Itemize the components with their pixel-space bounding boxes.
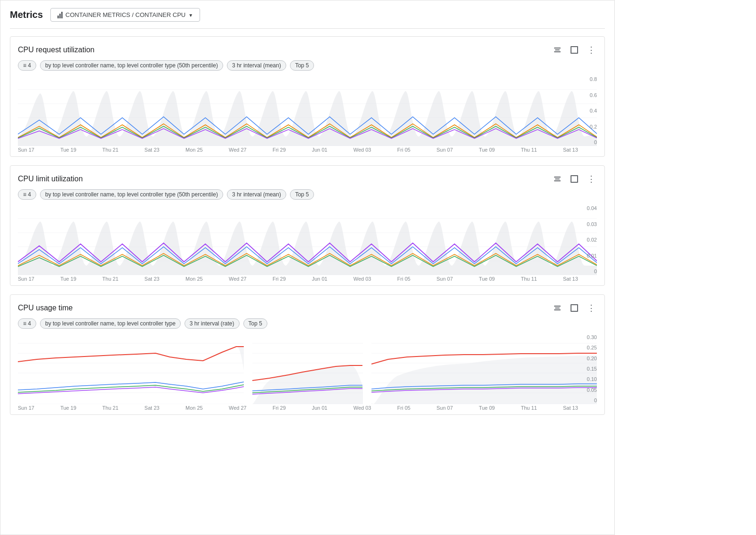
filter-chip-3-1[interactable]: by top level controller name, top level … <box>40 318 181 329</box>
chart-actions-1 <box>552 44 597 56</box>
legend-icon-1[interactable] <box>552 44 563 56</box>
chart-title-2: CPU limit utilization <box>18 175 83 183</box>
filter-row-2: ≡ 4 by top level controller name, top le… <box>18 189 597 200</box>
chart-header-2: CPU limit utilization <box>18 173 597 185</box>
y-axis-1: 0.8 0.6 0.4 0.2 0 <box>580 75 597 146</box>
more-options-icon-2[interactable] <box>586 173 597 185</box>
chevron-down-icon <box>188 11 193 18</box>
chart-svg-2 <box>18 204 597 275</box>
chart-svg-1 <box>18 75 597 146</box>
bar-chart-icon <box>57 12 63 18</box>
expand-icon-3[interactable] <box>569 302 580 314</box>
more-options-icon-3[interactable] <box>586 302 597 314</box>
chart-inner-1: 0.8 0.6 0.4 0.2 0 <box>18 75 597 146</box>
filter-chip-2-2[interactable]: 3 hr interval (mean) <box>227 189 286 200</box>
chart-title-3: CPU usage time <box>18 304 73 312</box>
filter-chip-3-3[interactable]: Top 5 <box>243 318 267 329</box>
chart-panel-cpu-limit: CPU limit utilization ≡ 4 by top level c… <box>10 165 605 286</box>
chart-title-1: CPU request utilization <box>18 46 95 54</box>
svg-rect-18 <box>363 333 371 404</box>
chart-panel-cpu-request: CPU request utilization ≡ 4 by top level… <box>10 36 605 157</box>
filter-chip-3-2[interactable]: 3 hr interval (rate) <box>185 318 240 329</box>
svg-rect-17 <box>244 333 252 404</box>
chart-header-3: CPU usage time <box>18 302 597 314</box>
breadcrumb-label: CONTAINER METRICS / CONTAINER CPU <box>65 11 185 18</box>
filter-chip-1-2[interactable]: 3 hr interval (mean) <box>227 60 286 71</box>
filter-chip-2-1[interactable]: by top level controller name, top level … <box>40 189 223 200</box>
legend-icon-2[interactable] <box>552 173 563 185</box>
chart-actions-3 <box>552 302 597 314</box>
filter-row-3: ≡ 4 by top level controller name, top le… <box>18 318 597 329</box>
header: Metrics CONTAINER METRICS / CONTAINER CP… <box>10 8 605 29</box>
page-title: Metrics <box>10 9 43 20</box>
expand-icon-2[interactable] <box>569 173 580 185</box>
y-axis-3: 0.30 0.25 0.20 0.15 0.10 0.05 0 <box>580 333 597 404</box>
chart-header-1: CPU request utilization <box>18 44 597 56</box>
filter-row-1: ≡ 4 by top level controller name, top le… <box>18 60 597 71</box>
chart-inner-3: 0.30 0.25 0.20 0.15 0.10 0.05 0 <box>18 333 597 404</box>
legend-icon-3[interactable] <box>552 302 563 314</box>
filter-chip-1-3[interactable]: Top 5 <box>290 60 314 71</box>
y-axis-2: 0.04 0.03 0.02 0.01 0 <box>580 204 597 275</box>
chart-panel-cpu-usage: CPU usage time ≡ 4 by top level controll… <box>10 294 605 415</box>
filter-chip-1-1[interactable]: by top level controller name, top level … <box>40 60 223 71</box>
chart-svg-3 <box>18 333 597 404</box>
x-axis-2: Sun 17 Tue 19 Thu 21 Sat 23 Mon 25 Wed 2… <box>18 275 597 282</box>
expand-icon-1[interactable] <box>569 44 580 56</box>
more-options-icon-1[interactable] <box>586 44 597 56</box>
chart-inner-2: 0.04 0.03 0.02 0.01 0 <box>18 204 597 275</box>
filter-chip-2-0[interactable]: ≡ 4 <box>18 189 36 200</box>
filter-chip-3-0[interactable]: ≡ 4 <box>18 318 36 329</box>
breadcrumb-button[interactable]: CONTAINER METRICS / CONTAINER CPU <box>50 8 200 22</box>
main-page: Metrics CONTAINER METRICS / CONTAINER CP… <box>0 0 615 535</box>
x-axis-1: Sun 17 Tue 19 Thu 21 Sat 23 Mon 25 Wed 2… <box>18 146 597 153</box>
filter-chip-1-0[interactable]: ≡ 4 <box>18 60 36 71</box>
filter-chip-2-3[interactable]: Top 5 <box>290 189 314 200</box>
chart-actions-2 <box>552 173 597 185</box>
x-axis-3: Sun 17 Tue 19 Thu 21 Sat 23 Mon 25 Wed 2… <box>18 404 597 411</box>
